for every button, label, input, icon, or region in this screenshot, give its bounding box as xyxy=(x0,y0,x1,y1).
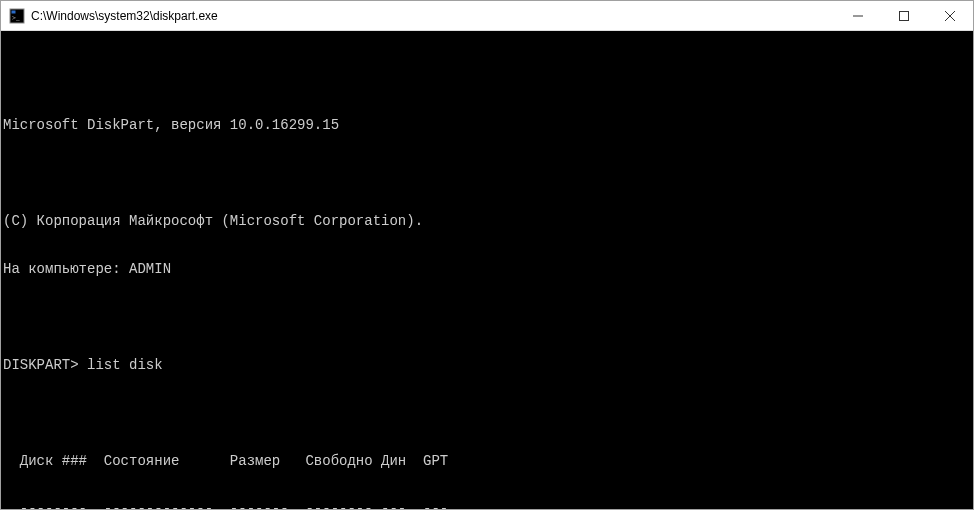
banner-line: Microsoft DiskPart, версия 10.0.16299.15 xyxy=(3,117,971,133)
blank-line xyxy=(3,309,971,325)
prompt-line-1: DISKPART> list disk xyxy=(3,357,971,373)
titlebar[interactable]: >_ C:\Windows\system32\diskpart.exe xyxy=(1,1,973,31)
minimize-button[interactable] xyxy=(835,1,881,30)
console-host-icon: >_ xyxy=(9,8,25,24)
app-window: >_ C:\Windows\system32\diskpart.exe Micr… xyxy=(0,0,974,510)
window-title: C:\Windows\system32\diskpart.exe xyxy=(31,9,218,23)
prompt-command: list disk xyxy=(87,357,163,373)
table-divider: -------- ------------- ------- -------- … xyxy=(3,501,971,509)
svg-rect-4 xyxy=(900,11,909,20)
copyright-line: (C) Корпорация Майкрософт (Microsoft Cor… xyxy=(3,213,971,229)
blank-line xyxy=(3,69,971,85)
blank-line xyxy=(3,165,971,181)
table-header: Диск ### Состояние Размер Свободно Дин G… xyxy=(3,453,971,469)
close-button[interactable] xyxy=(927,1,973,30)
computer-line: На компьютере: ADMIN xyxy=(3,261,971,277)
console-output[interactable]: Microsoft DiskPart, версия 10.0.16299.15… xyxy=(1,31,973,509)
prompt-label: DISKPART> xyxy=(3,357,87,373)
blank-line xyxy=(3,405,971,421)
window-controls xyxy=(835,1,973,30)
svg-text:>_: >_ xyxy=(12,14,20,22)
maximize-button[interactable] xyxy=(881,1,927,30)
